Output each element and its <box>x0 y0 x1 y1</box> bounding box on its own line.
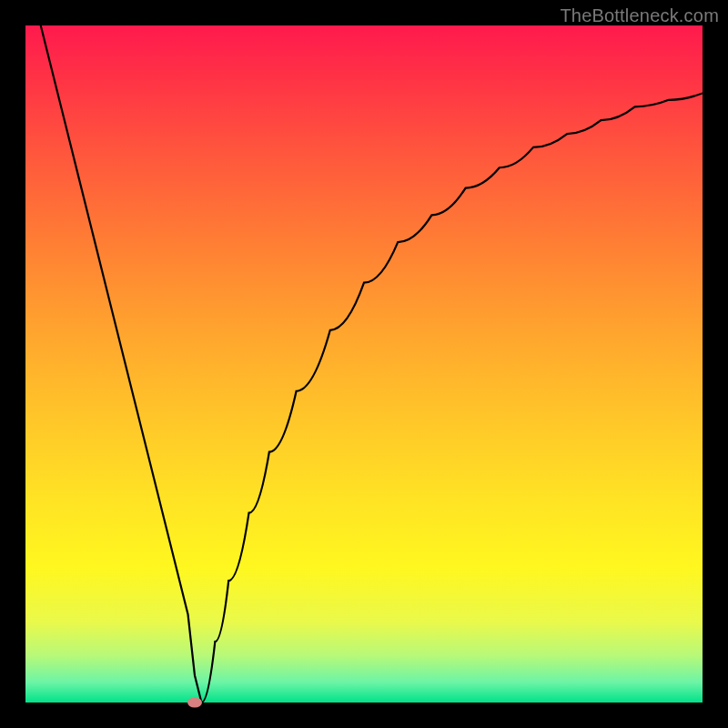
watermark-text: TheBottleneck.com <box>560 5 719 26</box>
bottleneck-curve <box>25 25 703 703</box>
plot-area <box>25 25 703 703</box>
optimum-marker <box>187 698 202 708</box>
